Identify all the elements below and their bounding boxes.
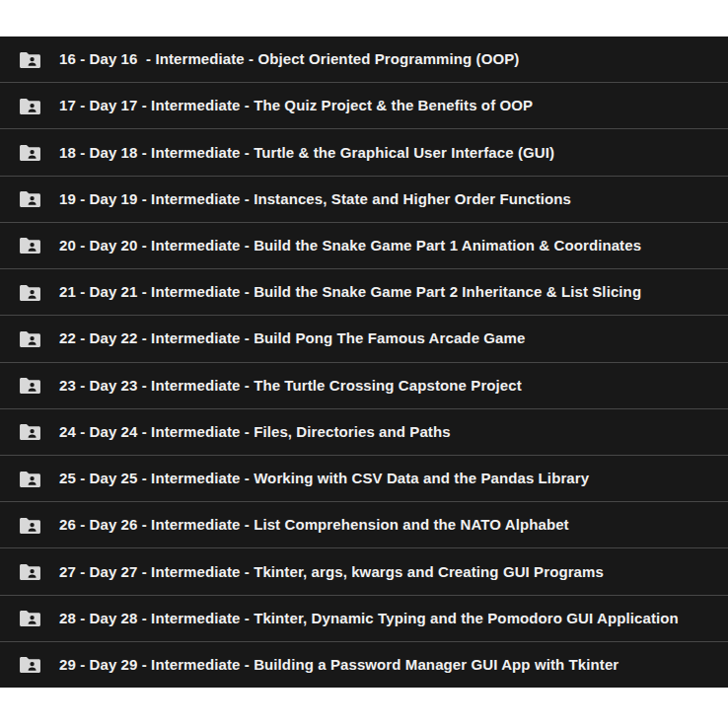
folder-list: 16 - Day 16 - Intermediate - Object Orie… — [0, 36, 728, 688]
folder-name: 17 - Day 17 - Intermediate - The Quiz Pr… — [59, 98, 533, 113]
folder-row[interactable]: 25 - Day 25 - Intermediate - Working wit… — [0, 456, 728, 502]
folder-name: 16 - Day 16 - Intermediate - Object Orie… — [59, 51, 519, 67]
shared-folder-icon — [19, 50, 41, 69]
page-background: 16 - Day 16 - Intermediate - Object Orie… — [0, 0, 728, 728]
folder-row[interactable]: 24 - Day 24 - Intermediate - Files, Dire… — [0, 409, 728, 456]
shared-folder-icon — [19, 562, 41, 581]
folder-name: 24 - Day 24 - Intermediate - Files, Dire… — [59, 424, 451, 440]
folder-name: 19 - Day 19 - Intermediate - Instances, … — [59, 191, 571, 207]
folder-row[interactable]: 26 - Day 26 - Intermediate - List Compre… — [0, 502, 728, 548]
folder-row[interactable]: 16 - Day 16 - Intermediate - Object Orie… — [0, 36, 728, 83]
folder-name: 28 - Day 28 - Intermediate - Tkinter, Dy… — [59, 611, 679, 626]
shared-folder-icon — [19, 143, 41, 162]
folder-name: 26 - Day 26 - Intermediate - List Compre… — [59, 517, 569, 533]
shared-folder-icon — [19, 516, 41, 535]
folder-row[interactable]: 19 - Day 19 - Intermediate - Instances, … — [0, 177, 728, 223]
folder-name: 29 - Day 29 - Intermediate - Building a … — [59, 657, 619, 673]
folder-row[interactable]: 18 - Day 18 - Intermediate - Turtle & th… — [0, 129, 728, 176]
folder-row[interactable]: 17 - Day 17 - Intermediate - The Quiz Pr… — [0, 83, 728, 129]
folder-name: 27 - Day 27 - Intermediate - Tkinter, ar… — [59, 564, 604, 580]
shared-folder-icon — [19, 97, 41, 115]
shared-folder-icon — [19, 376, 41, 395]
folder-row[interactable]: 20 - Day 20 - Intermediate - Build the S… — [0, 223, 728, 269]
shared-folder-icon — [19, 470, 41, 488]
shared-folder-icon — [19, 189, 41, 208]
folder-name: 23 - Day 23 - Intermediate - The Turtle … — [59, 378, 522, 394]
folder-row[interactable]: 21 - Day 21 - Intermediate - Build the S… — [0, 269, 728, 316]
folder-row[interactable]: 29 - Day 29 - Intermediate - Building a … — [0, 642, 728, 688]
shared-folder-icon — [19, 422, 41, 441]
shared-folder-icon — [19, 609, 41, 627]
folder-row[interactable]: 28 - Day 28 - Intermediate - Tkinter, Dy… — [0, 596, 728, 642]
folder-name: 25 - Day 25 - Intermediate - Working wit… — [59, 471, 589, 486]
folder-row[interactable]: 23 - Day 23 - Intermediate - The Turtle … — [0, 363, 728, 409]
folder-name: 21 - Day 21 - Intermediate - Build the S… — [59, 284, 641, 300]
shared-folder-icon — [19, 329, 41, 348]
folder-name: 20 - Day 20 - Intermediate - Build the S… — [59, 238, 641, 254]
folder-name: 18 - Day 18 - Intermediate - Turtle & th… — [59, 145, 554, 161]
folder-row[interactable]: 22 - Day 22 - Intermediate - Build Pong … — [0, 316, 728, 362]
shared-folder-icon — [19, 236, 41, 255]
folder-name: 22 - Day 22 - Intermediate - Build Pong … — [59, 330, 525, 346]
shared-folder-icon — [19, 283, 41, 302]
folder-row[interactable]: 27 - Day 27 - Intermediate - Tkinter, ar… — [0, 548, 728, 595]
shared-folder-icon — [19, 655, 41, 674]
